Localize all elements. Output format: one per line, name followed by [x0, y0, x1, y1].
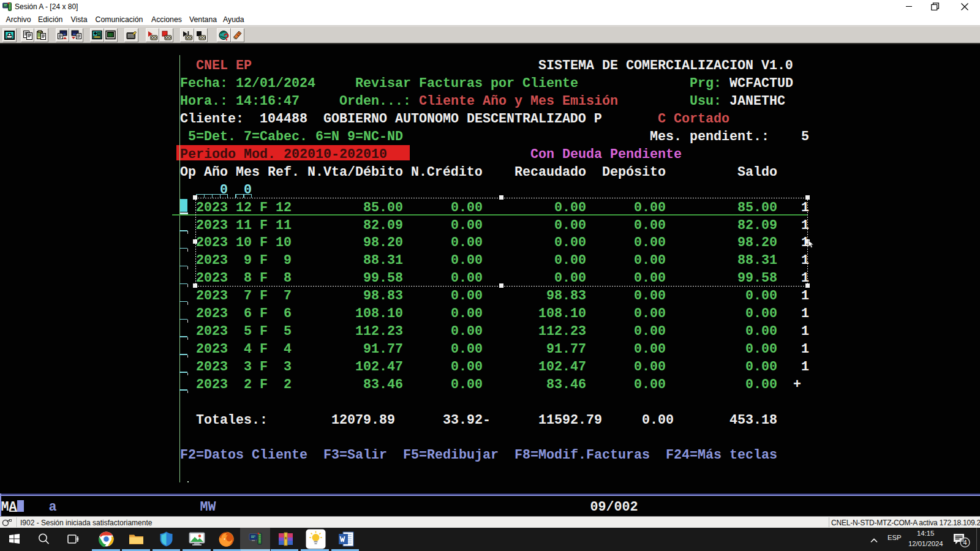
- svg-text:4: 4: [963, 539, 967, 546]
